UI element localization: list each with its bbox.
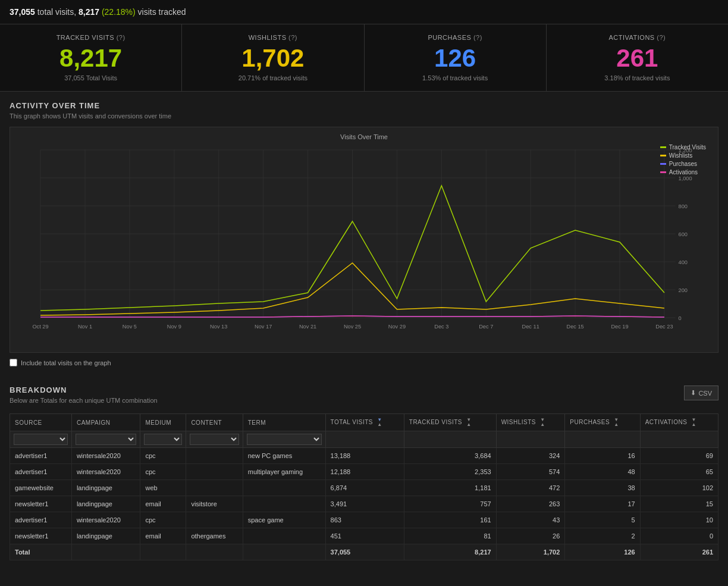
cell-term: multiplayer gaming (243, 464, 325, 480)
download-icon: ⬇ (691, 389, 696, 397)
legend-activations: Activations (660, 169, 706, 176)
svg-text:200: 200 (679, 287, 688, 293)
cell-total_visits: 13,188 (325, 448, 404, 464)
chart-legend: Tracked Visits Wishlists Purchases Activ… (660, 144, 706, 177)
tracked-pct: (22.18%) (102, 7, 136, 17)
filter-medium[interactable] (140, 431, 186, 448)
cell-total_visits: 863 (325, 512, 404, 528)
table-row: advertiser1wintersale2020cpcnew PC games… (10, 448, 718, 464)
cell-purchases: 48 (565, 464, 640, 480)
chart-inner: .grid-line { stroke: #3a3a3a; stroke-wid… (16, 144, 712, 346)
cell-medium (140, 544, 186, 560)
filter-term[interactable] (243, 431, 325, 448)
svg-text:0: 0 (679, 315, 682, 321)
filter-campaign[interactable] (71, 431, 140, 448)
filter-total-visits (325, 431, 404, 448)
select-content[interactable] (190, 434, 239, 445)
legend-purchases: Purchases (660, 161, 706, 167)
col-header-activations[interactable]: ACTIVATIONS ▼▲ (640, 414, 718, 431)
select-source[interactable] (14, 434, 68, 445)
legend-label-wishlists: Wishlists (669, 152, 692, 159)
filter-source[interactable] (10, 431, 72, 448)
legend-tracked: Tracked Visits (660, 144, 706, 151)
cell-medium: web (140, 480, 186, 496)
col-header-purchases[interactable]: PURCHASES ▼▲ (565, 414, 640, 431)
banner-label1: total visits, (37, 7, 79, 17)
top-banner: 37,055 total visits, 8,217 (22.18%) visi… (0, 0, 728, 24)
cell-campaign: wintersale2020 (71, 448, 140, 464)
legend-dot-wishlists (660, 155, 666, 156)
activity-subtitle: This graph shows UTM visits and conversi… (10, 112, 718, 120)
select-term[interactable] (247, 434, 322, 445)
include-total-checkbox[interactable] (10, 359, 17, 366)
cell-activations: 0 (640, 528, 718, 544)
breakdown-section: BREAKDOWN Below are Totals for each uniq… (0, 376, 728, 570)
cell-source: advertiser1 (10, 512, 72, 528)
svg-text:Nov 13: Nov 13 (210, 324, 227, 330)
svg-text:Dec 3: Dec 3 (434, 324, 448, 330)
filter-tracked-visits (404, 431, 496, 448)
cell-wishlists: 1,702 (496, 544, 565, 560)
select-campaign[interactable] (76, 434, 137, 445)
include-total-label: Include total visits on the graph (21, 359, 111, 366)
stat-value-activations: 261 (556, 46, 718, 71)
cell-wishlists: 43 (496, 512, 565, 528)
svg-text:Nov 5: Nov 5 (123, 324, 137, 330)
svg-text:Nov 25: Nov 25 (344, 324, 361, 330)
svg-text:Oct 29: Oct 29 (32, 324, 48, 330)
stat-card-wishlists: WISHLISTS (?) 1,702 20.71% of tracked vi… (182, 24, 364, 91)
cell-term (243, 544, 325, 560)
cell-medium: email (140, 528, 186, 544)
cell-purchases: 16 (565, 448, 640, 464)
cell-purchases: 5 (565, 512, 640, 528)
cell-tracked_visits: 3,684 (404, 448, 496, 464)
cell-content (186, 480, 243, 496)
svg-text:Nov 9: Nov 9 (167, 324, 181, 330)
stat-label-purchases: PURCHASES (?) (374, 34, 536, 41)
cell-medium: email (140, 496, 186, 512)
cell-source: gamewebsite (10, 480, 72, 496)
col-header-term: TERM (243, 414, 325, 431)
filter-content[interactable] (186, 431, 243, 448)
col-header-wishlists[interactable]: WISHLISTS ▼▲ (496, 414, 565, 431)
tracked-visits-highlight: 8,217 (22.18%) (79, 7, 138, 17)
legend-wishlists: Wishlists (660, 152, 706, 159)
svg-text:Dec 11: Dec 11 (522, 324, 539, 330)
breakdown-header: BREAKDOWN Below are Totals for each uniq… (10, 386, 718, 411)
cell-activations: 261 (640, 544, 718, 560)
cell-wishlists: 324 (496, 448, 565, 464)
filter-wishlists (496, 431, 565, 448)
cell-total_visits: 451 (325, 528, 404, 544)
table-row: advertiser1wintersale2020cpcmultiplayer … (10, 464, 718, 480)
svg-text:400: 400 (679, 259, 688, 265)
cell-total_visits: 3,491 (325, 496, 404, 512)
filter-activations (640, 431, 718, 448)
cell-campaign: wintersale2020 (71, 464, 140, 480)
svg-text:Dec 23: Dec 23 (655, 324, 673, 330)
cell-campaign: landingpage (71, 480, 140, 496)
cell-activations: 102 (640, 480, 718, 496)
col-header-total-visits[interactable]: TOTAL VISITS ▼▲ (325, 414, 404, 431)
stat-sub-purchases: 1.53% of tracked visits (374, 74, 536, 82)
csv-download-button[interactable]: ⬇ CSV (684, 386, 718, 400)
legend-label-purchases: Purchases (669, 161, 697, 167)
svg-text:Nov 17: Nov 17 (255, 324, 272, 330)
col-header-tracked-visits[interactable]: TRACKED VISITS ▼▲ (404, 414, 496, 431)
cell-term (243, 496, 325, 512)
cell-total_visits: 6,874 (325, 480, 404, 496)
include-total-container: Include total visits on the graph (10, 359, 718, 366)
cell-campaign: landingpage (71, 496, 140, 512)
filter-purchases (565, 431, 640, 448)
cell-campaign: landingpage (71, 528, 140, 544)
col-header-campaign: CAMPAIGN (71, 414, 140, 431)
cell-content: othergames (186, 528, 243, 544)
cell-total_visits: 12,188 (325, 464, 404, 480)
cell-tracked_visits: 8,217 (404, 544, 496, 560)
table-row-total: Total37,0558,2171,702126261 (10, 544, 718, 560)
chart-svg: .grid-line { stroke: #3a3a3a; stroke-wid… (16, 144, 712, 346)
cell-term (243, 480, 325, 496)
stat-card-activations: ACTIVATIONS (?) 261 3.18% of tracked vis… (547, 24, 728, 91)
legend-label-activations: Activations (669, 169, 698, 176)
cell-content: visitstore (186, 496, 243, 512)
select-medium[interactable] (144, 434, 182, 445)
